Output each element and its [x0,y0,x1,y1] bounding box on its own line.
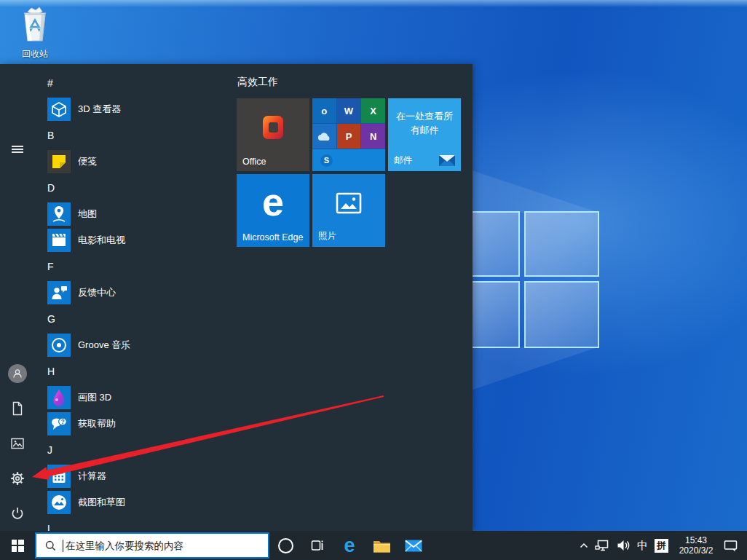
photos-icon [335,192,363,215]
windows-logo-pane [524,211,599,277]
taskbar: e 中 拼 15:43 2020/3 [0,531,747,560]
windows-logo-pane [466,211,520,277]
tile-label: 照片 [318,230,336,242]
pictures-button[interactable] [0,426,35,461]
search-input[interactable] [64,540,264,552]
task-view-icon [309,539,325,552]
app-item-groove-music[interactable]: Groove 音乐 [35,332,237,358]
action-center-button[interactable] [724,540,738,552]
app-item-get-help[interactable]: ? 获取帮助 [35,411,237,437]
app-list-letter[interactable]: B [35,122,237,149]
tile-office-suite[interactable]: o W X P N S [312,98,385,171]
screen: 回收站 [0,0,747,560]
settings-button[interactable] [0,461,35,496]
feedback-hub-icon [47,281,71,304]
app-list-letter[interactable]: L [35,516,237,531]
power-button[interactable] [0,496,35,531]
documents-button[interactable] [0,391,35,426]
app-item-3d-viewer[interactable]: 3D 查看器 [35,96,237,122]
pictures-icon [10,436,25,451]
volume-tray-button[interactable] [617,540,631,551]
edge-taskbar-button[interactable]: e [333,531,365,560]
word-mini-tile: W [337,98,361,123]
expand-menu-button[interactable] [0,132,35,167]
app-item-calculator[interactable]: 计算器 [35,463,237,489]
app-item-snip-sketch[interactable]: 截图和草图 [35,489,237,516]
recycle-bin-icon [17,6,52,44]
snip-sketch-icon [47,491,71,514]
mail-icon [405,540,422,552]
app-item-movies-tv[interactable]: 电影和电视 [35,227,237,253]
taskbar-search-box[interactable] [35,532,269,559]
cortana-icon [278,538,293,553]
user-account-button[interactable] [0,356,35,391]
excel-mini-tile: X [361,98,385,123]
app-list-letter[interactable]: D [35,175,237,201]
app-list-letter[interactable]: G [35,306,237,332]
windows-logo-pane [524,281,599,348]
text-caret [63,540,63,552]
skype-mini-tile: S [312,149,385,171]
svg-text:?: ? [60,418,64,425]
office-logo-icon [260,114,286,141]
taskbar-clock[interactable]: 15:43 2020/3/2 [675,535,717,556]
recycle-bin-label: 回收站 [10,48,60,60]
recycle-bin-shortcut[interactable]: 回收站 [10,6,60,60]
search-icon [45,540,56,551]
app-list-letter[interactable]: F [35,253,237,280]
start-button[interactable] [0,531,35,560]
gear-icon [10,471,25,486]
tile-group-header[interactable]: 高效工作 [237,76,473,90]
document-icon [10,401,25,416]
tray-overflow-chevron[interactable] [580,543,588,548]
groove-music-icon [47,334,71,357]
onedrive-mini-tile [312,124,336,149]
tile-mail[interactable]: 在一处查看所有邮件 邮件 [388,98,461,171]
tile-microsoft-edge[interactable]: e Microsoft Edge [237,174,309,247]
edge-logo-icon: e [237,180,309,224]
tile-office[interactable]: Office [237,98,309,171]
network-icon [595,540,610,552]
tile-photos[interactable]: 照片 [312,174,385,247]
clock-date: 2020/3/2 [679,545,714,556]
edge-icon: e [344,536,355,556]
3d-viewer-icon [47,98,71,121]
envelope-icon [439,155,455,166]
wallpaper-windows-logo [466,211,599,348]
app-list-letter[interactable]: J [35,437,237,463]
calculator-icon [47,465,71,488]
app-list-letter[interactable]: # [35,70,237,96]
tile-label: Microsoft Edge [242,232,303,242]
mail-taskbar-button[interactable] [398,531,430,560]
cortana-button[interactable] [269,531,301,560]
app-item-paint-3d[interactable]: 画图 3D [35,384,237,411]
network-tray-button[interactable] [595,540,610,552]
app-item-feedback-hub[interactable]: 反馈中心 [35,280,237,306]
app-list-letter[interactable]: H [35,358,237,384]
file-explorer-button[interactable] [365,531,398,560]
folder-icon [373,539,391,553]
app-item-maps[interactable]: 地图 [35,201,237,227]
clock-time: 15:43 [685,535,707,545]
start-menu: # 3D 查看器 B 便笺 D 地图 电影和电视 F [0,64,473,531]
cloud-icon [317,132,331,141]
app-item-sticky-notes[interactable]: 便笺 [35,149,237,175]
tile-label: 邮件 [394,154,412,167]
ime-mode-indicator[interactable]: 拼 [655,539,668,553]
pinyin-badge: 拼 [655,539,668,553]
outlook-mini-tile: o [312,98,336,123]
user-avatar-icon [8,364,27,383]
chevron-up-icon [580,543,588,548]
windows-logo-pane [466,281,520,348]
task-view-button[interactable] [301,531,333,560]
movies-tv-icon [47,229,71,252]
action-center-icon [724,540,738,552]
ime-language-indicator[interactable]: 中 [637,539,648,553]
sticky-notes-icon [47,150,71,173]
powerpoint-mini-tile: P [337,124,361,149]
maps-icon [47,202,71,226]
hamburger-icon [12,144,23,154]
windows-logo-icon [12,540,24,552]
get-help-icon: ? [47,412,71,435]
speaker-icon [617,540,631,551]
